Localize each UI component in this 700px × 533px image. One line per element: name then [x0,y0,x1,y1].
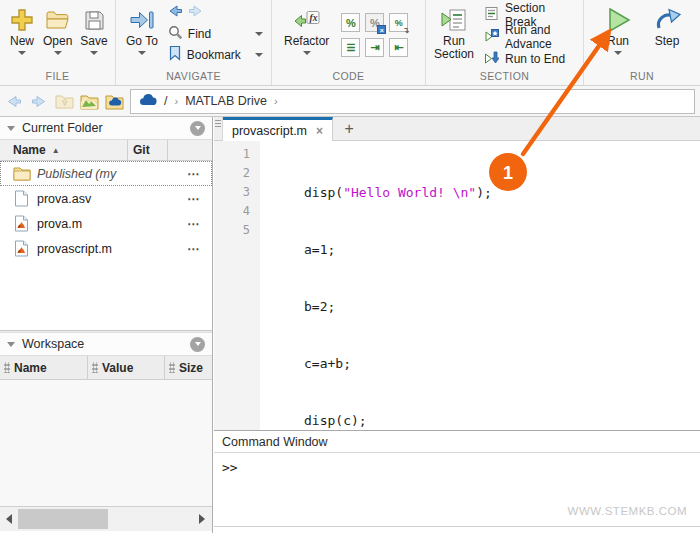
uncomment-button[interactable]: %× [365,13,384,32]
editor-tab-bar: provascript.m × + [214,117,700,141]
collapse-triangle-icon[interactable] [7,126,15,131]
file-row-provascript-m[interactable]: provascript.m ⋯ [0,236,212,261]
breadcrumb-root[interactable]: / [164,94,167,108]
open-button[interactable]: Open [39,3,76,57]
command-window-body[interactable]: >> WWW.STEMKB.COM [214,453,700,526]
new-tab-button[interactable]: + [333,117,365,140]
run-dropdown-chevron[interactable] [614,51,622,55]
open-dropdown-chevron[interactable] [54,51,62,55]
command-prompt[interactable]: >> [214,453,700,482]
find-dropdown-chevron[interactable] [255,32,263,36]
line-number: 4 [214,202,250,221]
breadcrumb-matlab-drive[interactable]: MATLAB Drive [185,94,267,108]
uncomment-badge-icon: × [377,25,386,34]
step-button[interactable]: Step [648,3,686,50]
run-section-label: Run Section [434,35,474,61]
bookmark-dropdown-chevron[interactable] [255,53,263,57]
row-actions-button[interactable]: ⋯ [187,167,200,181]
run-label: Run [607,35,629,48]
row-actions-button[interactable]: ⋯ [187,242,200,256]
save-button[interactable]: Save [76,3,111,57]
wrap-comments-button[interactable]: %↴ [389,13,408,32]
wrap-comments-icon: % [395,18,403,28]
indent-right-icon: ⇥ [370,41,379,54]
browse-folder-icon[interactable] [78,90,100,112]
workspace-column-size[interactable]: Size [165,356,212,379]
history-arrows [162,2,271,23]
horizontal-scrollbar[interactable] [0,506,212,531]
scrollbar-thumb[interactable] [18,509,108,529]
tab-close-icon[interactable]: × [316,124,323,138]
tab-list-handle[interactable] [214,117,223,140]
refactor-button[interactable]: fx Refactor [280,3,333,57]
file-table-header: Name ▲ Git [0,140,212,161]
breadcrumb-separator-2: › [274,95,278,107]
goto-dropdown-chevron[interactable] [138,51,146,55]
line-number-gutter: 1 2 3 4 5 [214,141,260,430]
file-row-prova-asv[interactable]: prova.asv ⋯ [0,186,212,211]
drag-handle-icon [92,362,98,373]
goto-button[interactable]: Go To [122,3,162,57]
file-section-label: FILE [0,70,115,82]
file-name: prova.asv [37,192,91,206]
new-plus-icon [9,5,35,35]
workspace-column-value[interactable]: Value [88,356,165,379]
comment-percent-icon: % [346,17,356,29]
column-header-blank[interactable] [168,140,212,160]
column-header-git[interactable]: Git [128,140,168,160]
nav-forward-icon[interactable] [28,90,50,112]
code-line-4: c=a+b; [304,354,700,373]
new-dropdown-chevron[interactable] [18,51,26,55]
bookmark-label: Bookmark [187,48,241,62]
ribbon-section-run: Run Step RUN [584,0,700,85]
open-folder-icon [44,5,71,35]
indent-left-button[interactable]: ⇤ [389,38,408,57]
forward-icon[interactable] [188,4,203,21]
row-actions-button[interactable]: ⋯ [187,217,200,231]
workspace-table-header: Name Value Size [0,356,212,380]
refactor-dropdown-chevron[interactable] [303,51,311,55]
bookmark-button[interactable]: Bookmark [162,44,271,65]
column-header-name[interactable]: Name ▲ [0,140,128,160]
workspace-menu-icon[interactable] [190,337,205,352]
run-to-end-button[interactable]: Run to End [478,48,583,70]
run-section-icon [439,5,469,35]
goto-icon [128,5,156,35]
run-section-group-label: RUN [584,70,700,82]
run-button[interactable]: Run [598,3,638,57]
scroll-right-icon[interactable] [199,514,205,524]
save-dropdown-chevron[interactable] [90,51,98,55]
find-button[interactable]: Find [162,23,271,44]
smart-indent-icon: ☰ [346,42,355,53]
file-row-prova-m[interactable]: prova.m ⋯ [0,211,212,236]
cloud-icon [139,93,157,109]
comment-button[interactable]: % [341,13,360,32]
run-section-button[interactable]: Run Section [430,3,478,63]
run-and-advance-label: Run and Advance [505,23,577,51]
code-text[interactable]: disp("Hello World! \n"); a=1; b=2; c=a+b… [260,141,700,430]
drag-handle-icon [4,362,10,373]
open-label: Open [43,35,72,48]
matlab-drive-folder-icon[interactable] [103,90,125,112]
run-and-advance-button[interactable]: Run and Advance [478,26,583,48]
folder-up-icon[interactable] [53,90,75,112]
row-actions-button[interactable]: ⋯ [187,192,200,206]
tab-provascript[interactable]: provascript.m × [223,117,333,141]
ribbon-section-code: fx Refactor % %× %↴ ☰ ⇥ ⇤ CODE [272,0,426,85]
scroll-left-icon[interactable] [6,514,12,524]
matlab-file-icon [13,240,31,257]
back-icon[interactable] [168,4,183,21]
code-line-1: disp("Hello World! \n"); [304,183,700,202]
indent-right-button[interactable]: ⇥ [365,38,384,57]
workspace-column-name[interactable]: Name [0,356,88,379]
code-editor[interactable]: 1 2 3 4 5 disp("Hello World! \n"); a=1; … [214,141,700,430]
collapse-triangle-icon[interactable] [7,342,15,347]
code-section-label: CODE [272,70,425,82]
file-row-published[interactable]: Published (my ⋯ [0,161,212,186]
current-folder-menu-icon[interactable] [190,121,205,136]
smart-indent-button[interactable]: ☰ [341,38,360,57]
nav-back-icon[interactable] [3,90,25,112]
tab-title: provascript.m [232,124,307,138]
save-label: Save [80,35,107,48]
new-button[interactable]: New [5,3,39,57]
